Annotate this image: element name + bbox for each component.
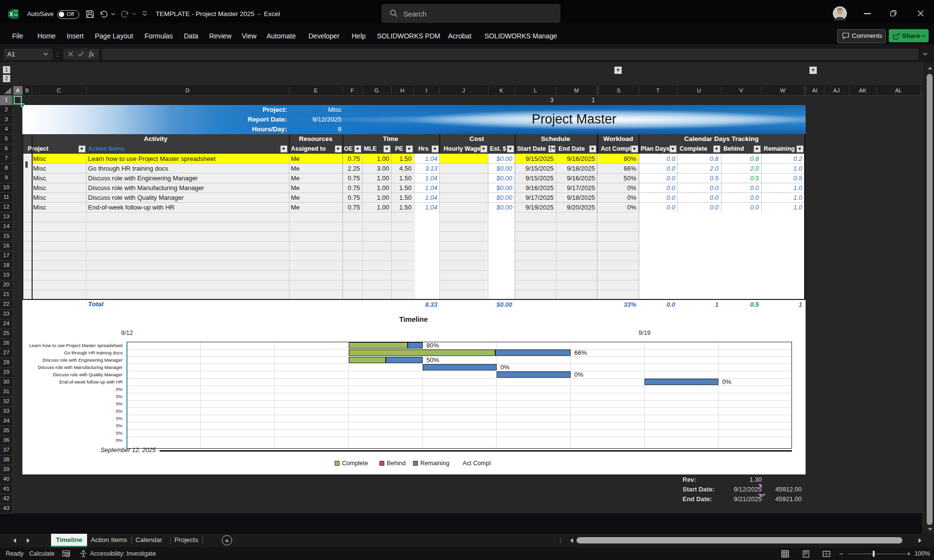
svg-text:X: X xyxy=(10,12,13,17)
